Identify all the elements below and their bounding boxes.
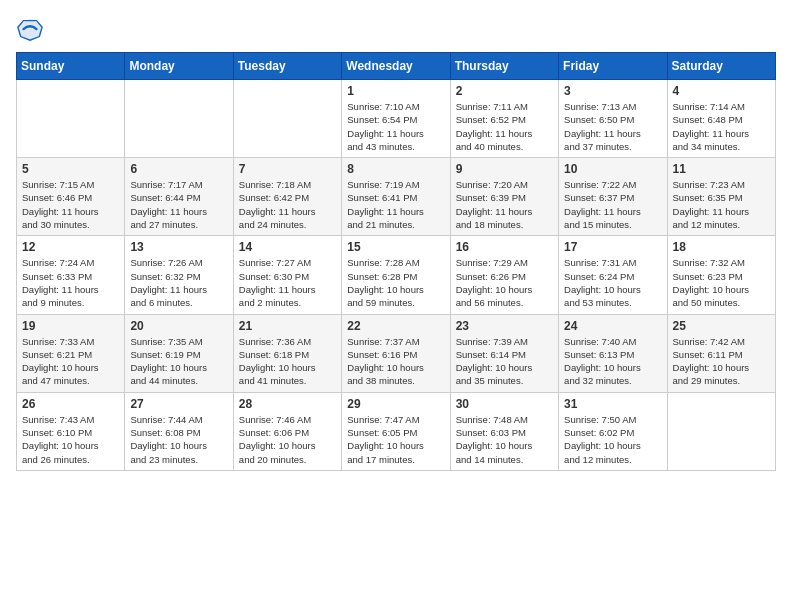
day-info: Sunrise: 7:50 AM Sunset: 6:02 PM Dayligh… bbox=[564, 413, 661, 466]
day-cell: 23Sunrise: 7:39 AM Sunset: 6:14 PM Dayli… bbox=[450, 314, 558, 392]
day-number: 1 bbox=[347, 84, 444, 98]
day-cell: 17Sunrise: 7:31 AM Sunset: 6:24 PM Dayli… bbox=[559, 236, 667, 314]
weekday-friday: Friday bbox=[559, 53, 667, 80]
day-number: 20 bbox=[130, 319, 227, 333]
day-cell: 1Sunrise: 7:10 AM Sunset: 6:54 PM Daylig… bbox=[342, 80, 450, 158]
day-info: Sunrise: 7:17 AM Sunset: 6:44 PM Dayligh… bbox=[130, 178, 227, 231]
day-info: Sunrise: 7:37 AM Sunset: 6:16 PM Dayligh… bbox=[347, 335, 444, 388]
day-cell bbox=[125, 80, 233, 158]
day-number: 19 bbox=[22, 319, 119, 333]
day-cell: 3Sunrise: 7:13 AM Sunset: 6:50 PM Daylig… bbox=[559, 80, 667, 158]
day-cell: 30Sunrise: 7:48 AM Sunset: 6:03 PM Dayli… bbox=[450, 392, 558, 470]
day-info: Sunrise: 7:20 AM Sunset: 6:39 PM Dayligh… bbox=[456, 178, 553, 231]
day-number: 8 bbox=[347, 162, 444, 176]
week-row-4: 19Sunrise: 7:33 AM Sunset: 6:21 PM Dayli… bbox=[17, 314, 776, 392]
day-info: Sunrise: 7:29 AM Sunset: 6:26 PM Dayligh… bbox=[456, 256, 553, 309]
weekday-header-row: SundayMondayTuesdayWednesdayThursdayFrid… bbox=[17, 53, 776, 80]
day-cell: 7Sunrise: 7:18 AM Sunset: 6:42 PM Daylig… bbox=[233, 158, 341, 236]
weekday-monday: Monday bbox=[125, 53, 233, 80]
day-info: Sunrise: 7:31 AM Sunset: 6:24 PM Dayligh… bbox=[564, 256, 661, 309]
day-info: Sunrise: 7:23 AM Sunset: 6:35 PM Dayligh… bbox=[673, 178, 770, 231]
week-row-2: 5Sunrise: 7:15 AM Sunset: 6:46 PM Daylig… bbox=[17, 158, 776, 236]
day-info: Sunrise: 7:24 AM Sunset: 6:33 PM Dayligh… bbox=[22, 256, 119, 309]
weekday-saturday: Saturday bbox=[667, 53, 775, 80]
day-cell: 2Sunrise: 7:11 AM Sunset: 6:52 PM Daylig… bbox=[450, 80, 558, 158]
day-number: 2 bbox=[456, 84, 553, 98]
day-number: 17 bbox=[564, 240, 661, 254]
day-cell: 6Sunrise: 7:17 AM Sunset: 6:44 PM Daylig… bbox=[125, 158, 233, 236]
day-number: 6 bbox=[130, 162, 227, 176]
day-number: 3 bbox=[564, 84, 661, 98]
day-number: 13 bbox=[130, 240, 227, 254]
day-number: 27 bbox=[130, 397, 227, 411]
day-cell: 19Sunrise: 7:33 AM Sunset: 6:21 PM Dayli… bbox=[17, 314, 125, 392]
day-cell: 4Sunrise: 7:14 AM Sunset: 6:48 PM Daylig… bbox=[667, 80, 775, 158]
day-cell: 14Sunrise: 7:27 AM Sunset: 6:30 PM Dayli… bbox=[233, 236, 341, 314]
day-cell bbox=[233, 80, 341, 158]
day-info: Sunrise: 7:43 AM Sunset: 6:10 PM Dayligh… bbox=[22, 413, 119, 466]
day-number: 25 bbox=[673, 319, 770, 333]
day-cell bbox=[667, 392, 775, 470]
day-number: 12 bbox=[22, 240, 119, 254]
day-number: 28 bbox=[239, 397, 336, 411]
day-number: 22 bbox=[347, 319, 444, 333]
day-cell: 24Sunrise: 7:40 AM Sunset: 6:13 PM Dayli… bbox=[559, 314, 667, 392]
day-number: 4 bbox=[673, 84, 770, 98]
day-cell: 26Sunrise: 7:43 AM Sunset: 6:10 PM Dayli… bbox=[17, 392, 125, 470]
day-cell: 16Sunrise: 7:29 AM Sunset: 6:26 PM Dayli… bbox=[450, 236, 558, 314]
weekday-sunday: Sunday bbox=[17, 53, 125, 80]
weekday-wednesday: Wednesday bbox=[342, 53, 450, 80]
day-info: Sunrise: 7:10 AM Sunset: 6:54 PM Dayligh… bbox=[347, 100, 444, 153]
day-number: 30 bbox=[456, 397, 553, 411]
day-info: Sunrise: 7:44 AM Sunset: 6:08 PM Dayligh… bbox=[130, 413, 227, 466]
day-info: Sunrise: 7:46 AM Sunset: 6:06 PM Dayligh… bbox=[239, 413, 336, 466]
day-info: Sunrise: 7:27 AM Sunset: 6:30 PM Dayligh… bbox=[239, 256, 336, 309]
day-cell: 27Sunrise: 7:44 AM Sunset: 6:08 PM Dayli… bbox=[125, 392, 233, 470]
day-info: Sunrise: 7:28 AM Sunset: 6:28 PM Dayligh… bbox=[347, 256, 444, 309]
day-info: Sunrise: 7:13 AM Sunset: 6:50 PM Dayligh… bbox=[564, 100, 661, 153]
day-info: Sunrise: 7:19 AM Sunset: 6:41 PM Dayligh… bbox=[347, 178, 444, 231]
day-info: Sunrise: 7:18 AM Sunset: 6:42 PM Dayligh… bbox=[239, 178, 336, 231]
day-cell: 31Sunrise: 7:50 AM Sunset: 6:02 PM Dayli… bbox=[559, 392, 667, 470]
day-number: 7 bbox=[239, 162, 336, 176]
day-info: Sunrise: 7:42 AM Sunset: 6:11 PM Dayligh… bbox=[673, 335, 770, 388]
day-number: 11 bbox=[673, 162, 770, 176]
day-number: 29 bbox=[347, 397, 444, 411]
day-number: 14 bbox=[239, 240, 336, 254]
day-number: 18 bbox=[673, 240, 770, 254]
day-cell: 5Sunrise: 7:15 AM Sunset: 6:46 PM Daylig… bbox=[17, 158, 125, 236]
week-row-3: 12Sunrise: 7:24 AM Sunset: 6:33 PM Dayli… bbox=[17, 236, 776, 314]
day-cell: 11Sunrise: 7:23 AM Sunset: 6:35 PM Dayli… bbox=[667, 158, 775, 236]
day-cell: 15Sunrise: 7:28 AM Sunset: 6:28 PM Dayli… bbox=[342, 236, 450, 314]
day-cell: 12Sunrise: 7:24 AM Sunset: 6:33 PM Dayli… bbox=[17, 236, 125, 314]
calendar-body: 1Sunrise: 7:10 AM Sunset: 6:54 PM Daylig… bbox=[17, 80, 776, 471]
day-info: Sunrise: 7:22 AM Sunset: 6:37 PM Dayligh… bbox=[564, 178, 661, 231]
day-number: 5 bbox=[22, 162, 119, 176]
day-number: 26 bbox=[22, 397, 119, 411]
day-info: Sunrise: 7:11 AM Sunset: 6:52 PM Dayligh… bbox=[456, 100, 553, 153]
page-header bbox=[16, 16, 776, 44]
calendar-table: SundayMondayTuesdayWednesdayThursdayFrid… bbox=[16, 52, 776, 471]
day-number: 15 bbox=[347, 240, 444, 254]
day-info: Sunrise: 7:40 AM Sunset: 6:13 PM Dayligh… bbox=[564, 335, 661, 388]
day-number: 23 bbox=[456, 319, 553, 333]
day-cell: 13Sunrise: 7:26 AM Sunset: 6:32 PM Dayli… bbox=[125, 236, 233, 314]
day-cell: 29Sunrise: 7:47 AM Sunset: 6:05 PM Dayli… bbox=[342, 392, 450, 470]
day-info: Sunrise: 7:14 AM Sunset: 6:48 PM Dayligh… bbox=[673, 100, 770, 153]
day-cell: 21Sunrise: 7:36 AM Sunset: 6:18 PM Dayli… bbox=[233, 314, 341, 392]
day-cell: 9Sunrise: 7:20 AM Sunset: 6:39 PM Daylig… bbox=[450, 158, 558, 236]
weekday-thursday: Thursday bbox=[450, 53, 558, 80]
day-info: Sunrise: 7:26 AM Sunset: 6:32 PM Dayligh… bbox=[130, 256, 227, 309]
logo-icon bbox=[16, 16, 44, 44]
day-info: Sunrise: 7:32 AM Sunset: 6:23 PM Dayligh… bbox=[673, 256, 770, 309]
day-cell: 20Sunrise: 7:35 AM Sunset: 6:19 PM Dayli… bbox=[125, 314, 233, 392]
day-info: Sunrise: 7:48 AM Sunset: 6:03 PM Dayligh… bbox=[456, 413, 553, 466]
day-cell: 8Sunrise: 7:19 AM Sunset: 6:41 PM Daylig… bbox=[342, 158, 450, 236]
day-info: Sunrise: 7:35 AM Sunset: 6:19 PM Dayligh… bbox=[130, 335, 227, 388]
day-cell bbox=[17, 80, 125, 158]
day-info: Sunrise: 7:33 AM Sunset: 6:21 PM Dayligh… bbox=[22, 335, 119, 388]
day-number: 24 bbox=[564, 319, 661, 333]
day-cell: 28Sunrise: 7:46 AM Sunset: 6:06 PM Dayli… bbox=[233, 392, 341, 470]
day-cell: 10Sunrise: 7:22 AM Sunset: 6:37 PM Dayli… bbox=[559, 158, 667, 236]
day-number: 16 bbox=[456, 240, 553, 254]
